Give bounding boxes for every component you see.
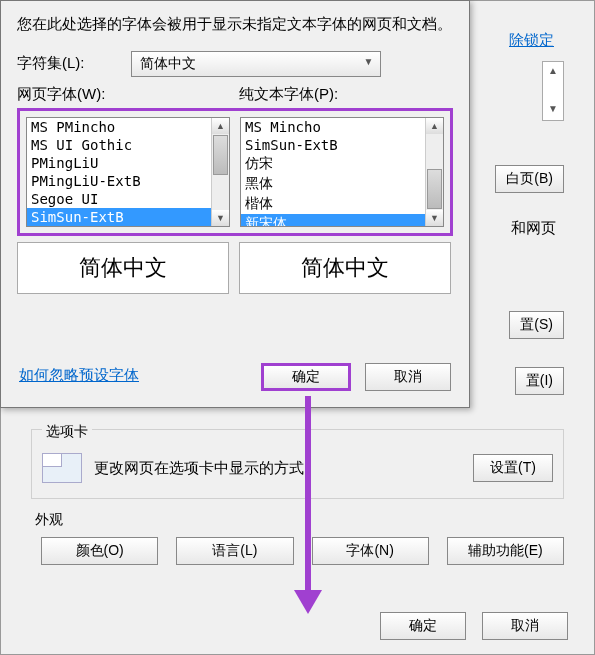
list-item[interactable]: MS PMincho [27,118,229,136]
settings-s-button[interactable]: 置(S) [509,311,564,339]
bg-scrollbar[interactable]: ▲ ▼ [542,61,564,121]
list-item[interactable]: PMingLiU-ExtB [27,172,229,190]
blank-page-button[interactable]: 白页(B) [495,165,564,193]
charset-label: 字符集(L): [17,54,85,73]
cancel-button[interactable]: 取消 [365,363,451,391]
charset-select[interactable]: 简体中文 [131,51,381,77]
tabs-group: 选项卡 更改网页在选项卡中显示的方式。 设置(T) [31,429,564,499]
scroll-up-icon[interactable]: ▲ [543,62,563,80]
listbox-scrollbar[interactable]: ▲ ▼ [425,118,443,226]
tabs-icon [42,453,82,483]
highlight-annotation: MS PMinchoMS UI GothicPMingLiUPMingLiU-E… [17,108,453,236]
list-item[interactable]: PMingLiU [27,154,229,172]
scroll-up-icon[interactable]: ▲ [426,118,443,134]
annotation-arrow-head [294,590,322,614]
settings-i-button[interactable]: 置(I) [515,367,564,395]
list-item[interactable]: 楷体 [241,194,443,214]
language-button[interactable]: 语言(L) [176,537,293,565]
main-ok-button[interactable]: 确定 [380,612,466,640]
plain-font-preview: 简体中文 [239,242,451,294]
dialog-description: 您在此处选择的字体会被用于显示未指定文本字体的网页和文档。 [17,13,453,35]
scroll-thumb[interactable] [427,169,442,209]
pages-label: 和网页 [511,219,556,238]
charset-value: 简体中文 [140,55,196,71]
fonts-dialog: 您在此处选择的字体会被用于显示未指定文本字体的网页和文档。 字符集(L): 简体… [0,0,470,408]
help-link[interactable]: 如何忽略预设字体 [19,366,139,383]
list-item[interactable]: MS Mincho [241,118,443,136]
scroll-up-icon[interactable]: ▲ [212,118,229,134]
list-item[interactable]: SimSun-ExtB [27,208,229,226]
scroll-thumb[interactable] [213,135,228,175]
unlock-link[interactable]: 除锁定 [509,31,554,50]
tabs-group-title: 选项卡 [42,423,92,441]
tabs-settings-button[interactable]: 设置(T) [473,454,553,482]
list-item[interactable]: 黑体 [241,174,443,194]
list-item[interactable]: Segoe UI [27,190,229,208]
list-item[interactable]: MS UI Gothic [27,136,229,154]
main-cancel-button[interactable]: 取消 [482,612,568,640]
scroll-down-icon[interactable]: ▼ [426,210,443,226]
list-item[interactable]: SimSun-ExtB [241,136,443,154]
color-button[interactable]: 颜色(O) [41,537,158,565]
web-font-label: 网页字体(W): [17,85,229,104]
accessibility-button[interactable]: 辅助功能(E) [447,537,564,565]
font-button[interactable]: 字体(N) [312,537,429,565]
list-item[interactable]: 新宋体 [241,214,443,226]
tabs-text: 更改网页在选项卡中显示的方式。 [94,459,319,478]
web-font-preview: 简体中文 [17,242,229,294]
list-item[interactable]: 仿宋 [241,154,443,174]
appearance-group-title: 外观 [35,511,63,529]
scroll-down-icon[interactable]: ▼ [212,210,229,226]
plain-font-label: 纯文本字体(P): [239,85,451,104]
scroll-down-icon[interactable]: ▼ [543,100,563,118]
annotation-arrow-line [305,396,311,594]
plain-fonts-listbox[interactable]: MS MinchoSimSun-ExtB仿宋黑体楷体新宋体 ▲ ▼ [240,117,444,227]
web-fonts-listbox[interactable]: MS PMinchoMS UI GothicPMingLiUPMingLiU-E… [26,117,230,227]
listbox-scrollbar[interactable]: ▲ ▼ [211,118,229,226]
ok-button[interactable]: 确定 [261,363,351,391]
